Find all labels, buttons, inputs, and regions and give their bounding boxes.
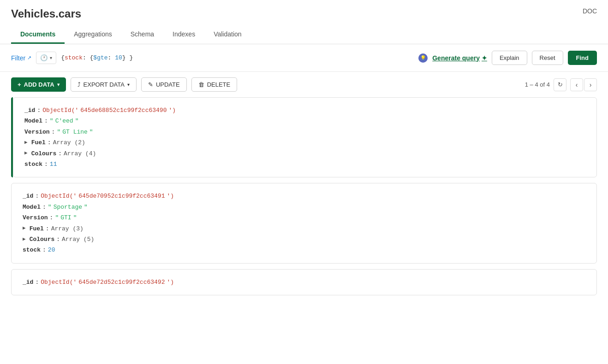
update-label: UPDATE xyxy=(156,81,180,88)
doc-2-id: 645de70952c1c99f2cc63491 xyxy=(78,191,165,201)
doc-2-id-line: _id : ObjectId('645de70952c1c99f2cc63491… xyxy=(23,191,585,201)
doc-3-id: 645de72d52c1c99f2cc63492 xyxy=(78,277,165,288)
query-key: stock xyxy=(65,54,83,61)
pencil-icon: ✎ xyxy=(148,81,153,88)
export-data-button[interactable]: ⤴ EXPORT DATA ▾ xyxy=(71,77,137,92)
doc-1-model: C'eed xyxy=(55,116,73,126)
app-header: Vehicles.cars DOC Documents Aggregations… xyxy=(0,0,608,44)
tab-validation[interactable]: Validation xyxy=(204,26,250,44)
field-id-key-2: _id xyxy=(23,191,33,201)
export-data-label: EXPORT DATA xyxy=(83,81,125,88)
doc-card-1: _id : ObjectId('645de68852c1c99f2cc63490… xyxy=(13,97,597,177)
doc-1-id-line: _id : ObjectId('645de68852c1c99f2cc63490… xyxy=(24,105,585,116)
field-id-key: _id xyxy=(24,105,35,116)
doc-1-model-line: Model : "C'eed" xyxy=(24,116,585,126)
query-close: } } xyxy=(122,54,133,61)
query-value: 10 xyxy=(115,54,122,61)
export-dropdown-arrow-icon: ▾ xyxy=(127,82,130,87)
field-fuel-key-1: Fuel xyxy=(31,137,46,148)
explain-button[interactable]: Explain xyxy=(492,51,527,65)
pagination-text: 1 – 4 of 4 xyxy=(525,81,550,88)
doc-1-version-line: Version : "GT Line" xyxy=(24,127,585,137)
field-model-key-1: Model xyxy=(24,116,42,126)
doc-2-fuel-line: ▶ Fuel : Array (3) xyxy=(23,223,585,234)
doc-2-model-line: Model : "Sportage" xyxy=(23,202,585,212)
documents-area: _id : ObjectId('645de68852c1c99f2cc63490… xyxy=(0,97,608,295)
fuel-expand-arrow-1[interactable]: ▶ xyxy=(24,138,28,147)
delete-button[interactable]: 🗑 DELETE xyxy=(191,77,238,92)
doc-card-2: _id : ObjectId('645de70952c1c99f2cc63491… xyxy=(11,183,597,263)
filter-label: Filter xyxy=(11,54,25,62)
pagination-info: 1 – 4 of 4 ↻ ‹ › xyxy=(525,78,597,91)
query-display[interactable]: {stock: {$gte: 10} } xyxy=(61,54,133,61)
doc-2-colours-line: ▶ Colours : Array (5) xyxy=(23,234,585,245)
doc-card-3: _id : ObjectId('645de72d52c1c99f2cc63492… xyxy=(11,269,597,295)
query-colon2: : xyxy=(108,54,115,61)
field-model-key-2: Model xyxy=(23,202,41,212)
document-card-3: _id : ObjectId('645de72d52c1c99f2cc63492… xyxy=(11,269,597,295)
field-stock-value-2: 20 xyxy=(48,245,55,255)
app-title: Vehicles.cars xyxy=(11,7,597,20)
tab-indexes[interactable]: Indexes xyxy=(163,26,204,44)
colours-expand-arrow-1[interactable]: ▶ xyxy=(24,149,28,158)
title-green: Vehicles xyxy=(11,7,55,20)
document-card-2: _id : ObjectId('645de70952c1c99f2cc63491… xyxy=(11,183,597,263)
ai-icon-button[interactable]: 💡 xyxy=(418,53,428,63)
doc-2-model: Sportage xyxy=(54,202,82,212)
reset-button[interactable]: Reset xyxy=(532,51,563,65)
ai-lightbulb-icon: 💡 xyxy=(418,53,428,63)
delete-label: DELETE xyxy=(207,81,231,88)
field-version-value-2: " xyxy=(55,212,59,223)
doc-3-id-line: _id : ObjectId('645de72d52c1c99f2cc63492… xyxy=(23,277,585,288)
field-stock-key-2: stock xyxy=(23,245,41,255)
add-data-button[interactable]: + ADD DATA ▾ xyxy=(11,77,66,92)
field-fuel-array-1: Array (2) xyxy=(53,137,85,148)
history-button[interactable]: 🕐 ▾ xyxy=(36,52,56,64)
filter-button[interactable]: Filter ↗ xyxy=(11,54,31,62)
add-dropdown-arrow-icon: ▾ xyxy=(57,82,60,87)
field-id-value-3: ObjectId(' xyxy=(41,277,77,288)
lightbulb-symbol: 💡 xyxy=(420,55,426,60)
field-model-value-2: " xyxy=(48,202,52,212)
export-icon: ⤴ xyxy=(77,81,81,88)
field-colours-key-1: Colours xyxy=(31,148,57,159)
next-page-button[interactable]: › xyxy=(584,78,597,91)
field-stock-key-1: stock xyxy=(24,159,42,170)
doc-link[interactable]: DOC xyxy=(583,7,597,15)
doc-1-id: 645de68852c1c99f2cc63490 xyxy=(80,105,167,116)
tab-aggregations[interactable]: Aggregations xyxy=(65,26,121,44)
action-bar: + ADD DATA ▾ ⤴ EXPORT DATA ▾ ✎ UPDATE 🗑 … xyxy=(0,72,608,97)
doc-accent-bar xyxy=(11,97,13,177)
document-card-1: _id : ObjectId('645de68852c1c99f2cc63490… xyxy=(11,97,597,177)
field-colours-array-1: Array (4) xyxy=(64,148,96,159)
plus-icon: + xyxy=(18,81,21,88)
field-version-key-1: Version xyxy=(24,127,50,137)
trash-icon: 🗑 xyxy=(198,81,204,88)
dropdown-arrow-icon: ▾ xyxy=(50,55,52,60)
find-button[interactable]: Find xyxy=(568,51,597,65)
generate-query-link[interactable]: Generate query ✦ xyxy=(432,54,487,62)
doc-2-stock-line: stock : 20 xyxy=(23,245,585,255)
query-input-area: {stock: {$gte: 10} } xyxy=(61,54,414,61)
title-dark: .cars xyxy=(55,7,81,20)
update-button[interactable]: ✎ UPDATE xyxy=(141,77,187,92)
field-id-key-3: _id xyxy=(23,277,33,288)
field-fuel-array-2: Array (3) xyxy=(51,223,83,234)
field-id-value-1: ObjectId(' xyxy=(42,105,78,116)
doc-2-version: GTI xyxy=(60,212,71,223)
refresh-button[interactable]: ↻ xyxy=(554,78,566,91)
filter-toolbar: Filter ↗ 🕐 ▾ {stock: {$gte: 10} } 💡 Gene… xyxy=(0,44,608,72)
doc-2-version-line: Version : "GTI" xyxy=(23,212,585,223)
field-version-key-2: Version xyxy=(23,212,48,223)
tab-documents[interactable]: Documents xyxy=(11,26,65,44)
tabs-nav: Documents Aggregations Schema Indexes Va… xyxy=(11,26,597,44)
field-id-value-2: ObjectId(' xyxy=(41,191,77,201)
doc-1-stock-line: stock : 11 xyxy=(24,159,585,170)
tab-schema[interactable]: Schema xyxy=(121,26,163,44)
fuel-expand-arrow-2[interactable]: ▶ xyxy=(23,224,26,233)
colours-expand-arrow-2[interactable]: ▶ xyxy=(23,235,26,244)
field-colours-key-2: Colours xyxy=(30,234,55,245)
prev-page-button[interactable]: ‹ xyxy=(570,78,583,91)
query-colon: : { xyxy=(83,54,93,61)
field-fuel-key-2: Fuel xyxy=(30,223,44,234)
